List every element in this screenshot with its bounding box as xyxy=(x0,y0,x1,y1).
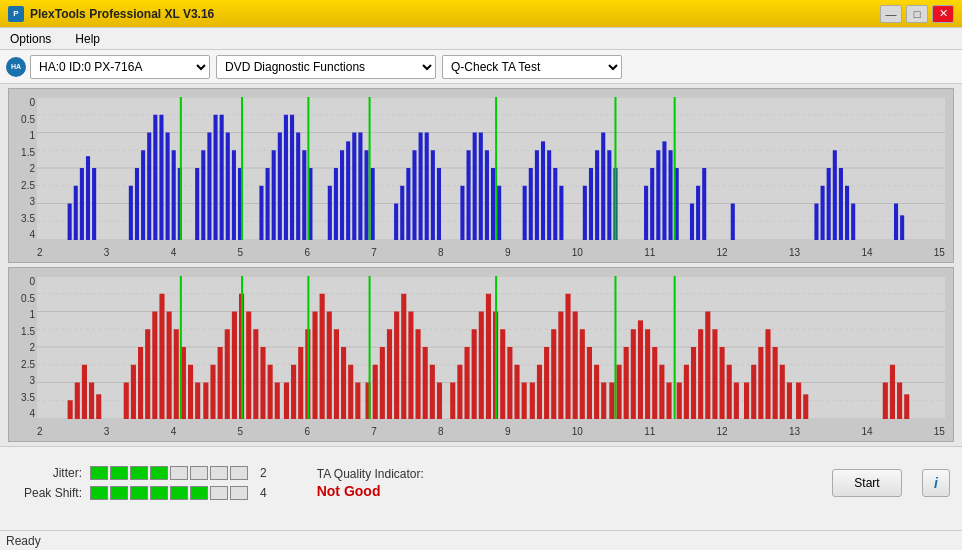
svg-rect-154 xyxy=(380,347,385,419)
svg-rect-25 xyxy=(201,150,205,240)
svg-rect-39 xyxy=(296,133,300,240)
svg-rect-186 xyxy=(601,383,606,419)
svg-rect-164 xyxy=(450,383,455,419)
peak-shift-row: Peak Shift: 4 xyxy=(12,486,267,500)
svg-rect-51 xyxy=(369,97,371,240)
svg-rect-36 xyxy=(278,133,282,240)
drive-dropdown[interactable]: HA:0 ID:0 PX-716A xyxy=(30,55,210,79)
svg-rect-100 xyxy=(894,204,898,240)
svg-rect-37 xyxy=(284,115,288,240)
title-bar: P PlexTools Professional XL V3.16 — □ ✕ xyxy=(0,0,962,28)
svg-rect-33 xyxy=(259,186,263,240)
jitter-value: 2 xyxy=(260,466,267,480)
menu-options[interactable]: Options xyxy=(4,30,57,48)
svg-rect-175 xyxy=(495,276,497,419)
test-dropdown[interactable]: Q-Check TA Test xyxy=(442,55,622,79)
svg-rect-213 xyxy=(674,276,676,419)
svg-rect-142 xyxy=(298,347,303,419)
svg-rect-75 xyxy=(583,186,587,240)
svg-rect-149 xyxy=(341,347,346,419)
svg-rect-111 xyxy=(68,400,73,419)
start-button[interactable]: Start xyxy=(832,469,902,497)
svg-rect-40 xyxy=(302,150,306,240)
svg-rect-34 xyxy=(266,168,270,240)
svg-rect-219 xyxy=(904,394,909,419)
svg-rect-192 xyxy=(645,329,650,419)
svg-rect-113 xyxy=(82,365,87,419)
svg-rect-114 xyxy=(89,383,94,419)
svg-rect-55 xyxy=(412,150,416,240)
peak-seg-1 xyxy=(90,486,108,500)
svg-rect-150 xyxy=(348,365,353,419)
svg-rect-73 xyxy=(553,168,557,240)
minimize-button[interactable]: — xyxy=(880,5,902,23)
svg-rect-88 xyxy=(674,97,676,240)
svg-rect-65 xyxy=(491,168,495,240)
jitter-row: Jitter: 2 xyxy=(12,466,267,480)
svg-rect-43 xyxy=(328,186,332,240)
svg-rect-131 xyxy=(225,329,230,419)
svg-rect-134 xyxy=(241,276,243,419)
svg-rect-116 xyxy=(124,383,129,419)
svg-rect-56 xyxy=(419,133,423,240)
svg-rect-44 xyxy=(334,168,338,240)
svg-rect-200 xyxy=(705,312,710,419)
svg-rect-58 xyxy=(431,150,435,240)
info-button[interactable]: i xyxy=(922,469,950,497)
svg-rect-50 xyxy=(371,168,375,240)
svg-rect-101 xyxy=(900,215,904,240)
svg-rect-85 xyxy=(662,141,666,240)
svg-rect-69 xyxy=(529,168,533,240)
peak-seg-5 xyxy=(170,486,188,500)
svg-rect-121 xyxy=(159,294,164,419)
svg-rect-62 xyxy=(473,133,477,240)
svg-rect-79 xyxy=(607,150,611,240)
title-buttons: — □ ✕ xyxy=(880,5,954,23)
svg-rect-53 xyxy=(400,186,404,240)
svg-rect-67 xyxy=(495,97,497,240)
svg-rect-158 xyxy=(369,276,371,419)
svg-rect-93 xyxy=(814,204,818,240)
svg-rect-89 xyxy=(690,204,694,240)
svg-rect-125 xyxy=(180,276,182,419)
svg-rect-96 xyxy=(833,150,837,240)
menu-help[interactable]: Help xyxy=(69,30,106,48)
close-button[interactable]: ✕ xyxy=(932,5,954,23)
svg-rect-156 xyxy=(394,312,399,419)
svg-rect-140 xyxy=(284,383,289,419)
svg-rect-147 xyxy=(327,312,332,419)
svg-rect-49 xyxy=(364,150,368,240)
svg-rect-191 xyxy=(638,320,643,419)
bottom-chart-inner xyxy=(37,276,945,419)
peak-shift-value: 4 xyxy=(260,486,267,500)
jitter-seg-5 xyxy=(170,466,188,480)
peak-seg-6 xyxy=(190,486,208,500)
svg-rect-12 xyxy=(86,156,90,240)
function-dropdown[interactable]: DVD Diagnostic Functions xyxy=(216,55,436,79)
svg-rect-29 xyxy=(226,133,230,240)
peak-seg-3 xyxy=(130,486,148,500)
svg-rect-148 xyxy=(334,329,339,419)
svg-rect-77 xyxy=(595,150,599,240)
bottom-chart-svg xyxy=(37,276,945,419)
svg-rect-182 xyxy=(573,312,578,419)
svg-rect-215 xyxy=(803,394,808,419)
svg-rect-209 xyxy=(765,329,770,419)
top-chart-x-axis: 2 3 4 5 6 7 8 9 10 11 12 13 14 15 xyxy=(37,247,945,258)
top-chart-svg xyxy=(37,97,945,240)
svg-rect-9 xyxy=(68,204,72,240)
drive-select-container: HA HA:0 ID:0 PX-716A xyxy=(6,55,210,79)
svg-rect-163 xyxy=(437,383,442,419)
svg-rect-17 xyxy=(147,133,151,240)
ta-quality-section: TA Quality Indicator: Not Good xyxy=(317,467,424,499)
svg-rect-24 xyxy=(195,168,199,240)
menu-bar: Options Help xyxy=(0,28,962,50)
svg-rect-135 xyxy=(246,312,251,419)
svg-rect-112 xyxy=(75,383,80,419)
svg-rect-190 xyxy=(631,329,636,419)
maximize-button[interactable]: □ xyxy=(906,5,928,23)
svg-rect-10 xyxy=(74,186,78,240)
svg-rect-167 xyxy=(472,329,477,419)
svg-rect-202 xyxy=(720,347,725,419)
svg-rect-28 xyxy=(220,115,224,240)
